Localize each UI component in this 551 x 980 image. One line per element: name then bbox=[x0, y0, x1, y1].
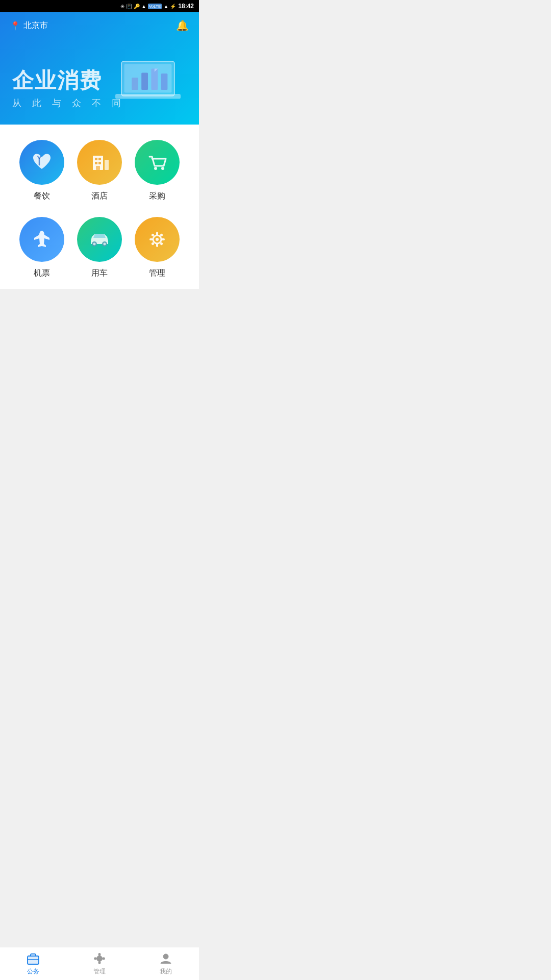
signal-icon: ▲ bbox=[141, 4, 146, 9]
flight-icon-circle bbox=[19, 217, 64, 262]
shopping-icon-circle bbox=[135, 140, 180, 185]
grid-item-hotel[interactable]: 酒店 bbox=[73, 140, 126, 202]
svg-rect-14 bbox=[98, 158, 101, 160]
location-area[interactable]: 📍 北京市 bbox=[10, 20, 48, 31]
bell-icon[interactable]: 🔔 bbox=[176, 19, 189, 32]
grid-item-dining[interactable]: 餐饮 bbox=[15, 140, 68, 202]
hotel-icon-circle bbox=[77, 140, 122, 185]
status-time: 18:42 bbox=[178, 3, 194, 10]
vibrate-icon: 📳 bbox=[126, 4, 132, 9]
flight-label: 机票 bbox=[34, 268, 50, 279]
dining-icon-circle bbox=[19, 140, 64, 185]
svg-rect-28 bbox=[149, 238, 153, 240]
grid-item-flight[interactable]: 机票 bbox=[15, 217, 68, 279]
shopping-label: 采购 bbox=[149, 191, 165, 202]
grid-item-shopping[interactable]: 采购 bbox=[131, 140, 184, 202]
status-icons: ✳ 📳 🔑 ▲ VoLTE ▲ ⚡ bbox=[120, 4, 176, 9]
svg-rect-6 bbox=[161, 74, 168, 90]
svg-rect-3 bbox=[132, 78, 138, 90]
svg-point-25 bbox=[156, 238, 159, 241]
main-content: 餐饮 酒店 bbox=[0, 125, 199, 289]
svg-point-22 bbox=[93, 243, 95, 246]
car-label: 用车 bbox=[91, 268, 108, 279]
svg-rect-16 bbox=[98, 162, 101, 164]
header-top: 📍 北京市 🔔 bbox=[10, 19, 189, 32]
svg-rect-29 bbox=[161, 238, 165, 240]
svg-point-23 bbox=[103, 243, 106, 246]
signal-bars-icon: ▲ bbox=[163, 4, 168, 9]
icon-grid: 餐饮 酒店 bbox=[10, 140, 189, 279]
svg-rect-26 bbox=[156, 232, 158, 235]
svg-point-18 bbox=[154, 167, 157, 170]
battery-icon: ⚡ bbox=[170, 4, 176, 9]
svg-rect-27 bbox=[156, 243, 158, 247]
location-text: 北京市 bbox=[23, 20, 48, 31]
svg-point-19 bbox=[161, 167, 164, 170]
volte-badge: VoLTE bbox=[148, 4, 162, 9]
bluetooth-icon: ✳ bbox=[120, 4, 124, 9]
vpn-icon: 🔑 bbox=[134, 4, 140, 9]
dining-label: 餐饮 bbox=[34, 191, 50, 202]
manage-label: 管理 bbox=[149, 268, 165, 279]
location-pin-icon: 📍 bbox=[10, 21, 20, 31]
svg-rect-5 bbox=[151, 68, 158, 90]
header-banner: 📍 北京市 🔔 企业消费 从 此 与 众 不 同 bbox=[0, 12, 199, 125]
hotel-label: 酒店 bbox=[91, 191, 108, 202]
grid-item-manage[interactable]: 管理 bbox=[131, 217, 184, 279]
gray-section bbox=[0, 294, 199, 396]
manage-icon-circle bbox=[135, 217, 180, 262]
svg-rect-17 bbox=[96, 166, 100, 170]
svg-rect-13 bbox=[95, 158, 97, 160]
car-icon-circle bbox=[77, 217, 122, 262]
laptop-illustration bbox=[107, 53, 189, 119]
grid-item-car[interactable]: 用车 bbox=[73, 217, 126, 279]
status-bar: ✳ 📳 🔑 ▲ VoLTE ▲ ⚡ 18:42 bbox=[0, 0, 199, 12]
svg-rect-4 bbox=[141, 72, 148, 90]
svg-rect-15 bbox=[95, 162, 97, 164]
svg-rect-12 bbox=[105, 160, 109, 170]
